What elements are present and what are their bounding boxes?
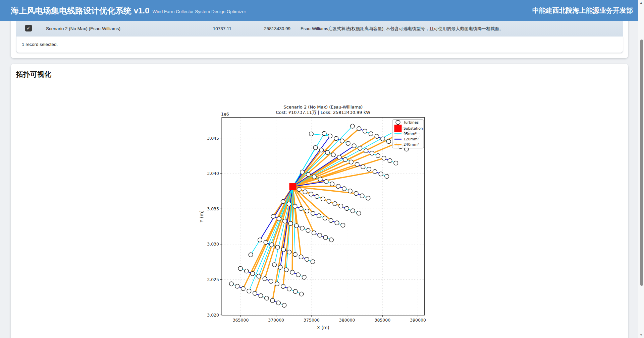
turbine-marker [330,182,334,186]
turbine-marker [323,216,327,220]
turbine-marker [253,291,257,296]
turbine-marker [348,189,353,193]
turbine-marker [263,277,267,281]
turbine-marker [294,224,299,228]
tick-label-y: 3.025 [207,277,219,282]
turbine-marker [269,279,273,283]
turbine-marker [375,134,379,139]
turbine-marker [271,214,275,219]
tick-label-x: 365000 [233,318,249,323]
turbine-marker [293,289,298,294]
turbine-marker [318,233,322,238]
turbine-marker [313,145,318,150]
x-axis-label: X (m) [317,325,329,330]
turbine-marker [299,292,304,296]
turbine-marker [394,161,398,165]
turbine-marker [311,211,315,216]
turbine-marker [305,209,309,213]
turbine-marker [363,129,367,133]
legend-label: 95mm² [404,132,417,136]
tick-label-y: 3.045 [207,136,219,141]
turbine-marker [324,180,328,184]
legend-label: Turbines [403,120,419,125]
turbine-marker [287,287,291,291]
turbine-marker [293,204,297,208]
turbine-marker [272,263,277,267]
turbine-marker [323,235,328,240]
turbine-marker [364,149,368,153]
turbine-marker [249,253,253,257]
turbine-marker [335,221,339,225]
tick-label-x: 390000 [410,318,426,323]
cable-240mm2 [293,186,338,187]
turbine-marker [369,132,373,136]
turbine-marker [229,282,234,286]
turbine-marker [318,177,322,182]
turbine-marker [357,211,361,215]
selection-status: 1 record selected. [22,37,58,53]
turbine-marker [373,170,377,174]
turbine-marker [288,221,293,226]
turbine-marker [284,268,288,272]
turbine-marker [278,265,282,270]
turbine-marker [346,141,350,146]
tick-label-y: 3.020 [207,313,219,318]
tick-label-y: 3.035 [207,206,219,211]
scrollbar-thumb[interactable] [640,40,643,286]
turbine-marker [327,199,331,204]
tick-label-x: 380000 [339,318,355,323]
turbine-marker [360,194,364,198]
turbine-marker [367,167,371,172]
turbine-marker [296,273,301,277]
cell-loss: 25813430.99 [236,21,290,37]
turbine-marker [303,190,307,194]
legend-turbine-icon [396,120,400,125]
tick-label-x: 375000 [304,318,320,323]
turbine-marker [264,240,268,245]
app-subtitle: Wind Farm Collector System Design Optimi… [152,9,246,14]
turbine-marker [317,214,321,218]
turbine-marker [300,226,305,230]
turbine-marker [235,284,239,288]
turbine-marker [321,197,325,201]
turbine-marker [283,219,287,223]
turbine-marker [309,132,314,136]
tick-label-x: 385000 [374,318,390,323]
table-status-bar: 1 record selected. [16,37,623,53]
plot-title-line2: Cost: ¥10737.11万 | Loss: 25813430.99 kW [276,110,370,115]
turbine-marker [355,162,359,166]
turbine-marker [270,243,274,247]
topology-card: 拓扑可视化 3650003700003750003800003850003900… [11,64,628,338]
turbine-marker [352,144,356,148]
turbine-marker [277,217,281,221]
row-checkbox[interactable]: ✓ [25,25,32,31]
substation-marker [289,183,296,190]
turbine-marker [381,137,385,141]
turbine-marker [329,218,333,223]
topology-plot[interactable]: 3650003700003750003800003850003900003.02… [176,95,463,338]
page-scrollbar[interactable]: ▲ ▼ [638,0,644,338]
scrollbar-up-arrow[interactable]: ▲ [638,0,644,6]
table-row-selected[interactable]: ✓ Scenario 2 (No Max) (Esau-Williams) 10… [16,21,623,37]
turbine-marker [328,134,332,138]
turbine-marker [322,131,326,136]
cell-cost: 10737.11 [177,21,231,37]
turbine-marker [331,153,335,157]
turbine-marker [257,274,261,278]
turbine-marker [329,238,334,242]
turbine-marker [342,187,346,191]
turbine-marker [275,245,280,250]
app-org: 中能建西北院海上能源业务开发部 [532,6,633,15]
turbine-marker [299,207,303,211]
turbine-marker [258,238,262,242]
turbine-marker [311,260,315,264]
legend-substation-icon [394,125,402,132]
turbine-marker [336,184,340,189]
turbine-marker [300,170,305,174]
turbine-marker [349,160,354,164]
turbine-marker [282,303,286,308]
turbine-marker [309,192,313,196]
offset-label: 1e6 [221,112,229,117]
scrollbar-down-arrow[interactable]: ▼ [638,332,644,338]
cell-scenario-name: Scenario 2 (No Max) (Esau-Williams) [46,21,120,37]
